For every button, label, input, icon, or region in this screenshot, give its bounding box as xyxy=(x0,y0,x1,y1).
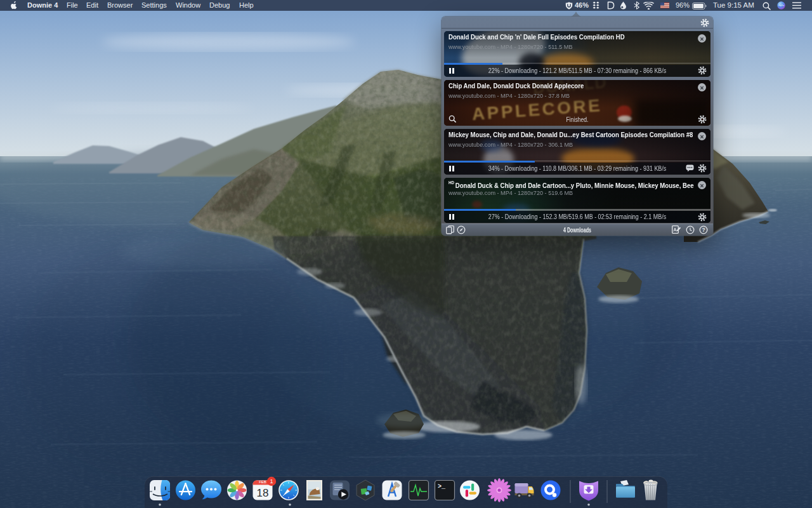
svg-text:18: 18 xyxy=(257,487,269,499)
svg-text:?: ? xyxy=(702,227,705,233)
svg-text:1: 1 xyxy=(270,478,273,485)
svg-text:FEB: FEB xyxy=(259,480,266,484)
svg-text:>_: >_ xyxy=(438,483,446,490)
